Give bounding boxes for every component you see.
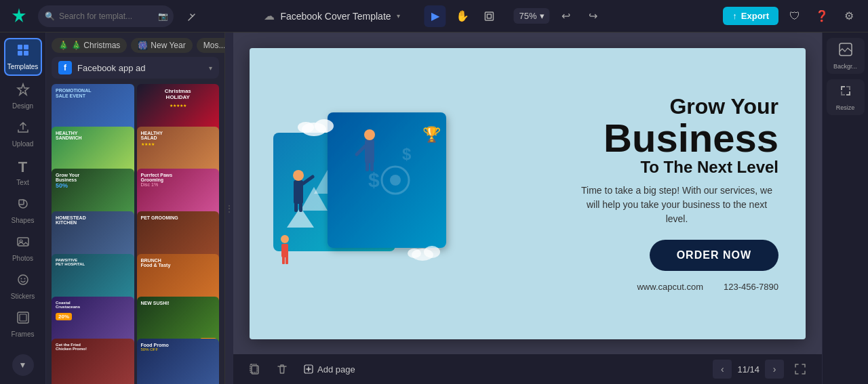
main-layout: Templates Design Upload T Text	[0, 33, 868, 384]
svg-rect-1	[486, 12, 494, 20]
svg-rect-31	[365, 140, 374, 163]
text-icon: T	[18, 158, 27, 176]
topbar: 🔍 📷 ☁ Facebook Cover Template ▾ ▶ ✋ 75% …	[0, 0, 868, 33]
templates-grid: PROMOTIONALSALE EVENT Special Discount C…	[46, 84, 224, 384]
export-icon: ↑	[732, 11, 737, 21]
svg-text:$: $	[368, 169, 380, 191]
fb-dropdown-icon: ▾	[209, 64, 212, 72]
background-icon	[838, 42, 853, 60]
svg-text:$: $	[402, 145, 412, 163]
facebook-logo: f	[58, 61, 72, 74]
fb-app-bar[interactable]: f Facebook app ad ▾	[52, 57, 219, 79]
page-indicator: 11/14	[737, 364, 760, 375]
svg-rect-2	[488, 14, 492, 18]
sidebar-upload-label: Upload	[12, 140, 34, 148]
svg-point-36	[281, 235, 289, 243]
svg-rect-8	[19, 200, 24, 205]
tag-new-year[interactable]: 🎆 New Year	[131, 38, 192, 53]
export-button[interactable]: ↑ Export	[723, 7, 778, 25]
zoom-control[interactable]: 75% ▾	[514, 8, 550, 24]
canvas-headline-sub: To The Next Level	[640, 158, 778, 177]
select-tool-button[interactable]: ▶	[425, 5, 446, 27]
topbar-center: ☁ Facebook Cover Template ▾ ▶ ✋ 75% ▾ ↩ …	[264, 5, 604, 27]
photos-icon	[16, 235, 30, 252]
sidebar-item-shapes[interactable]: Shapes	[4, 193, 42, 228]
svg-rect-30	[299, 202, 302, 212]
magic-icon[interactable]	[182, 5, 203, 27]
right-panel: Backgr... Resize	[822, 33, 868, 384]
undo-button[interactable]: ↩	[555, 5, 577, 27]
canvas-headline-top: Grow Your	[669, 95, 778, 119]
canvas-illustration-svg: $ $ 🏆	[260, 79, 456, 309]
fit-page-button[interactable]	[789, 358, 811, 380]
stickers-icon	[16, 273, 30, 290]
svg-point-11	[18, 275, 28, 284]
sidebar-frames-label: Frames	[12, 330, 35, 338]
svg-rect-6	[24, 51, 28, 56]
prev-page-button[interactable]: ‹	[713, 360, 732, 379]
new-year-icon: 🎆	[138, 41, 148, 50]
sidebar-item-photos[interactable]: Photos	[4, 231, 42, 266]
template-card[interactable]: Food Promo 50% OFF	[137, 339, 220, 384]
svg-rect-34	[366, 161, 369, 171]
bottom-bar: Add page ‹ 11/14 ›	[233, 354, 822, 384]
canvas-cta-button[interactable]: ORDER NOW	[650, 240, 778, 271]
search-bar[interactable]: 🔍 📷	[38, 5, 174, 27]
app-logo[interactable]	[8, 5, 30, 27]
bottom-bar-left: Add page	[244, 358, 361, 380]
settings-button[interactable]: ⚙	[838, 5, 860, 27]
hand-tool-button[interactable]: ✋	[452, 5, 473, 27]
sidebar-item-text[interactable]: T Text	[4, 154, 42, 190]
sidebar-templates-label: Templates	[7, 63, 39, 70]
svg-point-44	[424, 246, 440, 258]
svg-rect-35	[370, 161, 374, 171]
christmas-icon: 🎄	[58, 41, 68, 50]
sidebar-item-upload[interactable]: Upload	[4, 116, 42, 152]
canvas-headline-main: Business	[604, 119, 778, 158]
add-page-button[interactable]: Add page	[298, 362, 361, 377]
duplicate-page-button[interactable]	[244, 358, 266, 380]
canvas-contact: www.capcut.com 123-456-7890	[637, 282, 778, 292]
sidebar-item-frames[interactable]: Frames	[4, 307, 42, 342]
bottom-bar-right: ‹ 11/14 ›	[713, 358, 811, 380]
sidebar-item-stickers[interactable]: Stickers	[4, 269, 42, 304]
next-page-button[interactable]: ›	[765, 360, 784, 379]
svg-point-27	[293, 170, 304, 181]
image-search-icon[interactable]: 📷	[158, 12, 168, 21]
file-title-dropdown-icon[interactable]: ▾	[397, 12, 400, 20]
canvas[interactable]: $ $ 🏆	[250, 48, 806, 339]
help-button[interactable]: ❓	[811, 5, 833, 27]
redo-button[interactable]: ↪	[583, 5, 604, 27]
sidebar-bottom: ▼	[9, 351, 37, 379]
frames-icon	[16, 311, 30, 328]
templates-panel: 🎄 🎄 Christmas 🎆 New Year Mos... f Facebo…	[46, 33, 225, 384]
frame-tool-button[interactable]	[479, 5, 500, 27]
sidebar-item-design[interactable]: Design	[4, 79, 42, 114]
panel-resize-handle[interactable]	[225, 33, 233, 384]
svg-text:🏆: 🏆	[422, 125, 441, 144]
topbar-right: ↑ Export 🛡 ❓ ⚙	[723, 5, 860, 27]
svg-rect-4	[24, 45, 28, 49]
search-input[interactable]	[59, 12, 154, 21]
sidebar-collapse-button[interactable]: ▼	[12, 354, 34, 376]
canvas-area: $ $ 🏆	[233, 33, 822, 384]
tag-christmas[interactable]: 🎄 🎄 Christmas	[52, 38, 127, 53]
canvas-wrapper[interactable]: $ $ 🏆	[233, 33, 822, 354]
tag-more[interactable]: Mos...	[197, 38, 224, 53]
resize-button[interactable]: Resize	[827, 79, 865, 115]
svg-rect-5	[18, 51, 22, 56]
svg-point-32	[364, 129, 375, 140]
search-icon: 🔍	[45, 12, 55, 21]
background-button[interactable]: Backgr...	[827, 38, 865, 74]
sidebar-item-templates[interactable]: Templates	[4, 38, 42, 76]
delete-page-button[interactable]	[271, 358, 293, 380]
templates-icon	[16, 43, 30, 60]
sidebar-text-label: Text	[16, 179, 28, 186]
svg-point-0	[192, 16, 193, 17]
shield-button[interactable]: 🛡	[784, 5, 806, 27]
page-nav: ‹ 11/14 ›	[713, 360, 784, 379]
sidebar-shapes-label: Shapes	[12, 217, 35, 224]
file-title: Facebook Cover Template	[280, 11, 391, 22]
template-card[interactable]: Get the FriedChicken Promo!	[52, 339, 134, 384]
svg-rect-9	[18, 238, 28, 246]
